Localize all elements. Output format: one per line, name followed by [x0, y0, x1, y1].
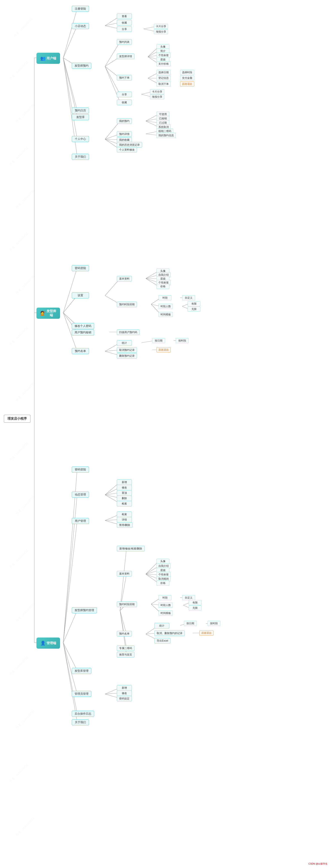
- l2-basic-info: 基本资料: [117, 276, 132, 281]
- admin-icon: 👤: [40, 641, 46, 646]
- l1-dynamic-mgmt: 动态管理: [72, 492, 89, 498]
- svg-line-145: [63, 521, 77, 643]
- svg-line-181: [120, 611, 126, 634]
- l2-admin-edit: 修改: [117, 690, 132, 696]
- watermark: 作者：cclinux0730: [15, 382, 36, 402]
- l2-edit: 修改: [117, 485, 132, 490]
- l2-view: 查看: [117, 13, 132, 19]
- l1-hair-library: 发型库: [72, 114, 89, 120]
- watermark: 作者：cclinux0730: [9, 326, 29, 346]
- watermark: 作者：cclinux0730: [15, 602, 36, 623]
- admin-label: 管理端: [47, 641, 56, 645]
- l3-admin-avatar: 头像: [156, 559, 169, 564]
- svg-line-5: [63, 8, 77, 58]
- l2-appt-order: 预约下单: [117, 75, 132, 81]
- l1-appt-list: 预约名单: [72, 348, 89, 354]
- csdn-watermark: CSDN @cc留学生: [307, 862, 329, 866]
- l2-admin-pwd-set: 密码设定: [117, 696, 132, 701]
- l1-user-appt-writeoff: 用户预约核销: [72, 330, 94, 336]
- l1-shop-dynamic: 小店动态: [72, 23, 89, 29]
- admin-root-node: 👤 管理端: [36, 638, 60, 649]
- user-label: 用户端: [47, 56, 56, 60]
- l2-cancel-appt-record: 取消预约记录: [117, 347, 137, 353]
- watermark: 作者：cclinux0730: [15, 189, 36, 209]
- l2-my-appt: 我的预约: [117, 118, 132, 124]
- l3-pay-amount: 支付金额: [180, 75, 194, 81]
- l3-refund2: 原路退款: [156, 347, 171, 352]
- l2-ban-delete: 禁用/删除: [117, 522, 132, 528]
- l2-admin-stats: 统计: [154, 623, 169, 628]
- watermark: 作者：cclinux0730: [9, 763, 29, 783]
- l3-register-info: 登记信息: [156, 75, 171, 81]
- l3-admin-unlimited: 无限: [189, 606, 202, 611]
- l2-stylist-detail: 发型师详情: [117, 54, 134, 59]
- l2-scan-user-appt: 扫描用户预约码: [117, 330, 140, 335]
- l1-hair-library-mgmt: 发型库管理: [72, 668, 91, 674]
- svg-line-196: [63, 643, 77, 671]
- stylist-label: 发型师端: [47, 309, 56, 317]
- l2-admin-basic-info: 基本资料: [117, 571, 132, 577]
- l3-time-slot: 时段: [159, 295, 172, 300]
- l2-stylist-crud: 新增/修改/检索/删除: [117, 546, 145, 551]
- l1-backend-log: 后台操作日志: [72, 711, 94, 717]
- l3-slot-count: 时段人数: [159, 304, 173, 309]
- l2-collect: 收藏: [117, 20, 132, 26]
- l3-select-date: 选择日期: [156, 70, 171, 75]
- l3-admin-price: 价格: [156, 581, 169, 586]
- watermark: 作者：cclinux0730: [15, 103, 36, 124]
- l1-about-us: 关于我们: [72, 154, 89, 160]
- l2-search: 检索: [117, 501, 132, 506]
- l2-profile-edit: 个人资料修改: [117, 147, 137, 153]
- l2-user-search: 检索: [117, 512, 132, 517]
- l2-delete: 删除: [117, 495, 132, 501]
- l3-time-template: 时间模板: [159, 312, 173, 317]
- stylist-icon: 💇: [40, 311, 46, 316]
- l1-admin-mgmt: 管理员管理: [72, 691, 91, 697]
- l1-stylist-appt: 发型师预约: [72, 63, 91, 69]
- watermark: 作者：cclinux0730: [13, 18, 33, 38]
- svg-line-155: [120, 548, 126, 611]
- watermark: 作者：cclinux0730: [9, 549, 29, 569]
- l2-share: 分享: [117, 26, 132, 32]
- user-root-node: 👥 用户端: [36, 53, 60, 64]
- l2-collect2: 收藏: [117, 100, 132, 105]
- l2-appt-detail: 预约详情: [117, 131, 132, 137]
- stylist-root-node: 💇 发型师端: [36, 308, 60, 319]
- l2-exclusive-qr: 专属二维码: [117, 645, 134, 651]
- l1-appt-calendar: 预约日历: [72, 107, 89, 114]
- l2-browse: 置顶: [117, 490, 132, 496]
- l3-by-date: 按日期: [152, 338, 165, 343]
- l3-card-share: 卡片分享: [154, 24, 168, 29]
- watermark: 作者：cclinux0730: [9, 442, 29, 462]
- l3-admin-refund: 原路退款: [199, 630, 213, 636]
- user-icon: 👥: [40, 56, 46, 61]
- l2-admin-add: 新增: [117, 685, 132, 691]
- l2-stats: 统计: [117, 340, 132, 346]
- main-title: 理发店小程序: [4, 415, 30, 423]
- l2-cancel-delete-record: 取消、删除预约的记录: [154, 630, 185, 636]
- watermark: 作者：cclinux0730: [15, 710, 36, 730]
- watermark: 作者：cclinux0730: [15, 495, 36, 516]
- l2-recommend-home: 推荐与首页: [117, 652, 134, 657]
- l3-select-time: 选择时段: [180, 70, 194, 75]
- l3-admin-custom: 自定义: [182, 595, 195, 600]
- l2-user-detail: 详情: [117, 517, 132, 523]
- l3-price2: 价格: [156, 284, 169, 289]
- l3-admin-time-template: 时间模板: [159, 611, 173, 616]
- l2-export-excel: 导出Excel: [154, 638, 171, 644]
- svg-line-84: [63, 268, 77, 313]
- l1-personal-center: 个人中心: [72, 136, 89, 142]
- l2-share2: 分享: [117, 92, 132, 97]
- l2-delete-appt-record: 删除预约记录: [117, 353, 137, 359]
- l3-cancel-order: 取消下单: [156, 82, 171, 87]
- svg-line-58: [63, 58, 77, 139]
- l3-refund: 原路退款: [180, 82, 194, 87]
- l1-admin-login: 密码登陆: [72, 467, 89, 472]
- l2-admin-time-schedule: 预约时段排期: [117, 601, 137, 607]
- l1-stylist-appt-mgmt: 发型师预约管理: [72, 607, 97, 613]
- svg-line-115: [63, 313, 77, 332]
- l3-limited: 有限: [188, 301, 201, 306]
- l2-add: 新增: [117, 479, 132, 485]
- svg-line-192: [120, 611, 126, 648]
- l1-register: 注册登陆: [72, 6, 89, 12]
